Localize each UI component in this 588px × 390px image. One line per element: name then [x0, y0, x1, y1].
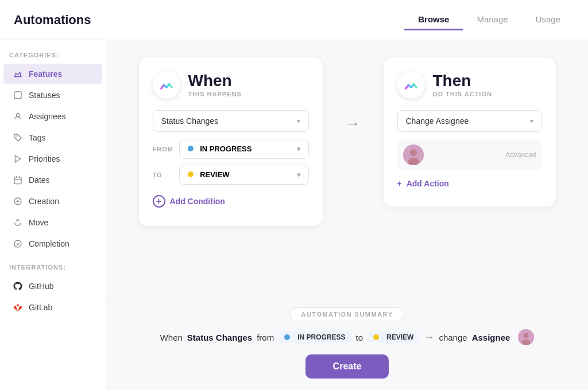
app-title: Automations: [14, 13, 91, 28]
then-subtitle: DO THIS ACTION: [433, 91, 492, 98]
sidebar-item-completion[interactable]: Completion: [3, 233, 102, 254]
arrow-connector: →: [346, 57, 361, 132]
from-dot: [188, 146, 194, 151]
sidebar-item-completion-label: Completion: [29, 239, 69, 248]
trigger-select-label: Status Changes: [161, 116, 219, 126]
github-icon: [13, 281, 23, 291]
svg-point-7: [410, 149, 417, 156]
sidebar: CATEGORIES: Features Statuses Assignees: [0, 40, 106, 390]
create-button[interactable]: Create: [305, 354, 389, 379]
assignee-avatar: [403, 145, 424, 165]
sidebar-item-dates-label: Dates: [29, 176, 50, 185]
when-panel-header: When THIS HAPPENS: [153, 71, 309, 99]
svg-point-1: [16, 114, 19, 116]
summary-assignee-text: Assignee: [472, 333, 510, 342]
summary-arrow-icon: →: [424, 332, 434, 344]
content-area: When THIS HAPPENS Status Changes ▾ FROM …: [106, 40, 588, 390]
to-chevron-icon: ▾: [297, 171, 300, 179]
right-arrow-icon: →: [346, 115, 361, 132]
sidebar-item-tags-label: Tags: [29, 133, 46, 142]
summary-to-status: REVIEW: [386, 333, 413, 341]
summary-text: When Status Changes from IN PROGRESS to …: [160, 329, 535, 345]
svg-rect-0: [14, 92, 21, 99]
to-value: REVIEW: [200, 170, 229, 179]
summary-from-dot: [284, 334, 290, 340]
summary-avatar: [518, 329, 534, 345]
add-action-plus-icon: +: [397, 179, 402, 188]
assignees-icon: [13, 111, 23, 122]
action-select[interactable]: Change Assignee ▾: [397, 110, 542, 132]
summary-from-text: from: [257, 333, 274, 342]
move-icon: [13, 217, 23, 228]
tab-browse[interactable]: Browse: [404, 10, 463, 30]
summary-label: AUTOMATION SUMMARY: [290, 307, 404, 321]
sidebar-item-assignees-label: Assignees: [29, 112, 66, 121]
assignee-row: Advanced: [397, 140, 542, 170]
then-panel-header: Then DO THIS ACTION: [397, 71, 542, 99]
add-condition-label: Add Condition: [170, 197, 225, 206]
sidebar-item-tags[interactable]: Tags: [3, 127, 102, 148]
add-action-button[interactable]: + Add Action: [397, 174, 542, 193]
advanced-link[interactable]: Advanced: [505, 151, 536, 159]
add-condition-plus-icon: +: [153, 195, 165, 208]
sidebar-item-creation[interactable]: Creation: [3, 191, 102, 212]
to-dot: [188, 171, 194, 177]
dates-icon: [13, 175, 23, 185]
svg-point-2: [16, 135, 17, 136]
from-row: FROM IN PROGRESS ▾: [153, 139, 309, 159]
summary-to-dot: [373, 334, 379, 340]
from-chevron-icon: ▾: [297, 145, 300, 153]
summary-from-badge: IN PROGRESS: [278, 332, 351, 343]
when-logo: [153, 71, 180, 99]
tab-manage[interactable]: Manage: [463, 10, 521, 30]
creation-icon: [13, 196, 23, 206]
integrations-label: INTEGRATIONS:: [0, 264, 106, 275]
trigger-chevron-icon: ▾: [297, 117, 300, 125]
sidebar-item-dates[interactable]: Dates: [3, 170, 102, 190]
sidebar-item-creation-label: Creation: [29, 197, 59, 206]
to-row: TO REVIEW ▾: [153, 165, 309, 185]
sidebar-item-github[interactable]: GitHub: [3, 276, 102, 297]
tags-icon: [13, 132, 23, 143]
add-condition-button[interactable]: + Add Condition: [153, 190, 309, 212]
priorities-icon: [13, 154, 23, 164]
svg-rect-3: [14, 177, 21, 184]
sidebar-item-statuses-label: Statuses: [29, 91, 60, 100]
then-logo: [397, 71, 425, 99]
trigger-select[interactable]: Status Changes ▾: [153, 110, 309, 132]
tab-usage[interactable]: Usage: [522, 10, 574, 30]
gitlab-icon: [13, 302, 23, 313]
sidebar-item-features[interactable]: Features: [3, 64, 102, 84]
completion-icon: [13, 239, 23, 249]
from-select[interactable]: IN PROGRESS ▾: [179, 139, 309, 159]
sidebar-item-github-label: GitHub: [29, 282, 54, 291]
sidebar-item-gitlab-label: GitLab: [29, 303, 52, 312]
crown-icon: [13, 69, 23, 79]
categories-label: CATEGORIES:: [0, 52, 106, 63]
then-panel: Then DO THIS ACTION Change Assignee ▾: [384, 57, 556, 206]
summary-change-text: change: [439, 333, 467, 342]
from-label: FROM: [153, 146, 173, 153]
summary-from-status: IN PROGRESS: [297, 333, 345, 341]
summary-when: When: [160, 333, 183, 342]
svg-point-10: [524, 333, 529, 338]
sidebar-item-move[interactable]: Move: [3, 212, 102, 233]
sidebar-item-move-label: Move: [29, 218, 48, 227]
sidebar-item-features-label: Features: [29, 69, 62, 79]
add-action-label: Add Action: [407, 179, 449, 188]
then-title: Then: [433, 73, 492, 89]
when-panel: When THIS HAPPENS Status Changes ▾ FROM …: [139, 57, 323, 226]
summary-to-text: to: [356, 333, 363, 342]
summary-bar: AUTOMATION SUMMARY When Status Changes f…: [106, 299, 588, 390]
to-select[interactable]: REVIEW ▾: [179, 165, 309, 185]
from-value: IN PROGRESS: [200, 145, 252, 153]
sidebar-item-assignees[interactable]: Assignees: [3, 106, 102, 127]
sidebar-item-gitlab[interactable]: GitLab: [3, 297, 102, 318]
when-subtitle: THIS HAPPENS: [188, 91, 242, 98]
sidebar-item-statuses[interactable]: Statuses: [3, 85, 102, 106]
nav-tabs: Browse Manage Usage: [404, 10, 574, 30]
statuses-icon: [13, 90, 23, 100]
to-label: TO: [153, 171, 173, 178]
automation-builder: When THIS HAPPENS Status Changes ▾ FROM …: [106, 40, 588, 299]
sidebar-item-priorities[interactable]: Priorities: [3, 149, 102, 169]
